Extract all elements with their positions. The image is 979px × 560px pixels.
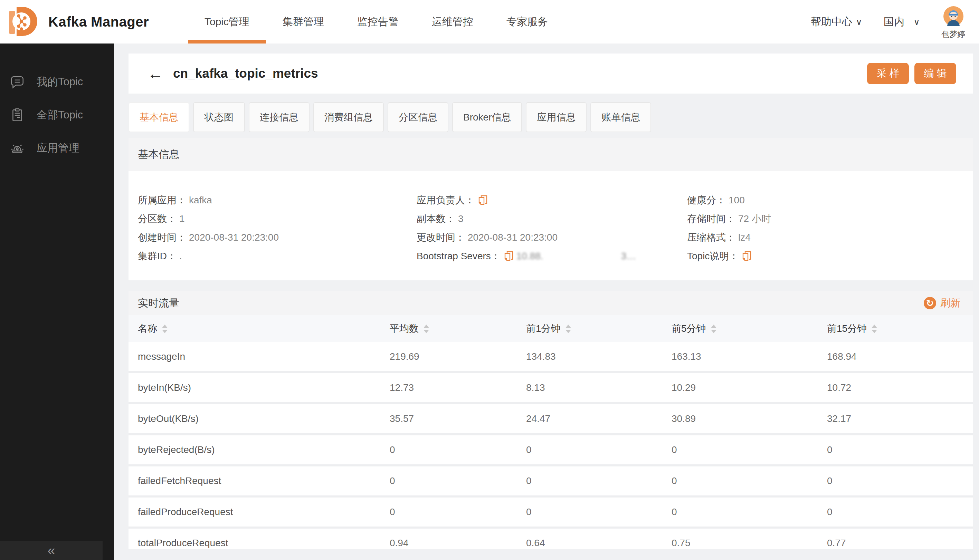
- sort-asc-icon: [162, 325, 167, 328]
- active-nav-underline: [188, 40, 266, 43]
- metric-name-cell: byteRejected(B/s): [138, 444, 390, 455]
- tab-connection-info[interactable]: 连接信息: [249, 102, 309, 132]
- field-value: 2020-08-31 20:23:00: [189, 232, 279, 243]
- top-header: Kafka Manager Topic管理集群管理监控告警运维管控专家服务 帮助…: [0, 0, 979, 43]
- nav-item-expert-service[interactable]: 专家服务: [506, 0, 548, 43]
- sort-desc-icon: [424, 330, 429, 333]
- metric-value-cell: 10.72: [827, 382, 973, 393]
- metric-value-cell: 0: [526, 507, 672, 518]
- basic-info-field: 健康分：100: [687, 191, 973, 210]
- field-label: 应用负责人：: [417, 194, 474, 207]
- table-row: totalProduceRequest0.940.640.750.77: [129, 528, 973, 549]
- sidebar-item-label: 应用管理: [37, 141, 79, 155]
- field-label: 副本数：: [417, 212, 455, 225]
- copy-icon[interactable]: [478, 195, 488, 206]
- basic-info-card: 基本信息 所属应用：kafka分区数：1创建时间：2020-08-31 20:2…: [129, 138, 973, 280]
- field-value: 100: [728, 195, 745, 206]
- field-value: kafka: [189, 195, 212, 206]
- metric-value-cell: 0.75: [672, 538, 827, 548]
- metric-value-cell: 0: [526, 475, 672, 487]
- chat-icon: [9, 74, 25, 90]
- tab-broker-info[interactable]: Broker信息: [452, 102, 522, 132]
- column-header-label: 平均数: [390, 322, 419, 335]
- tab-partition-info[interactable]: 分区信息: [388, 102, 448, 132]
- tab-status-chart[interactable]: 状态图: [193, 102, 245, 132]
- field-label: 健康分：: [687, 194, 726, 207]
- sidebar-item-label: 全部Topic: [37, 108, 83, 122]
- main-nav: Topic管理集群管理监控告警运维管控专家服务: [204, 0, 548, 43]
- refresh-label: 刷新: [940, 296, 961, 310]
- metric-value-cell: 0.94: [390, 538, 526, 548]
- region-menu[interactable]: 国内∨: [884, 15, 920, 29]
- sidebar-item-label: 我的Topic: [37, 75, 83, 89]
- nav-item-cluster-management[interactable]: 集群管理: [282, 0, 324, 43]
- help-center-label: 帮助中心: [811, 15, 852, 29]
- sidebar-item-app-management[interactable]: 应用管理: [0, 132, 114, 165]
- copy-icon[interactable]: [504, 251, 514, 262]
- field-value: lz4: [738, 232, 751, 243]
- column-header-4: 前15分钟: [827, 322, 973, 335]
- nav-item-topic-management[interactable]: Topic管理: [204, 0, 249, 43]
- tab-billing-info[interactable]: 账单信息: [590, 102, 651, 132]
- nav-item-ops-control[interactable]: 运维管控: [432, 0, 473, 43]
- metrics-table-header: 名称平均数前1分钟前5分钟前15分钟: [129, 315, 973, 342]
- avatar: [944, 6, 964, 28]
- sidebar-item-all-topic[interactable]: 全部Topic: [0, 98, 114, 132]
- metric-value-cell: 8.13: [526, 382, 672, 393]
- field-label: 所属应用：: [138, 194, 186, 207]
- field-value: 10.88.: [516, 251, 543, 262]
- nav-item-label: 监控告警: [357, 15, 399, 29]
- nav-item-monitor-alert[interactable]: 监控告警: [357, 0, 399, 43]
- metric-value-cell: 168.94: [827, 351, 973, 362]
- sort-icon[interactable]: [872, 325, 877, 333]
- back-arrow-icon[interactable]: ←: [147, 66, 164, 82]
- user-menu[interactable]: 包梦婷: [941, 6, 965, 40]
- copy-icon[interactable]: [742, 251, 752, 262]
- metric-name-cell: failedFetchRequest: [138, 475, 390, 487]
- sort-desc-icon: [711, 330, 717, 333]
- nav-item-label: 集群管理: [282, 15, 324, 29]
- sort-icon[interactable]: [424, 325, 429, 333]
- sidebar: 我的Topic全部Topic应用管理 «: [0, 43, 114, 560]
- tab-basic-info[interactable]: 基本信息: [129, 102, 189, 132]
- table-row: byteOut(KB/s)35.5724.4730.8932.17: [129, 404, 973, 435]
- metric-value-cell: 0: [390, 507, 526, 518]
- metric-value-cell: 219.69: [390, 351, 526, 362]
- tab-consumer-group-info[interactable]: 消费组信息: [313, 102, 384, 132]
- basic-info-field: 分区数：1: [138, 210, 417, 228]
- edit-button[interactable]: 编 辑: [914, 63, 956, 84]
- table-row: byteRejected(B/s)0000: [129, 435, 973, 467]
- field-value: 1: [179, 213, 185, 224]
- app-title: Kafka Manager: [48, 0, 149, 43]
- field-label: 更改时间：: [417, 231, 465, 244]
- metrics-table-body: messageIn219.69134.83163.13168.94byteIn(…: [129, 342, 973, 549]
- metric-value-cell: 163.13: [672, 351, 827, 362]
- sort-icon[interactable]: [565, 325, 571, 333]
- column-header-3: 前5分钟: [672, 322, 827, 335]
- help-center-menu[interactable]: 帮助中心∨: [811, 15, 862, 29]
- metric-value-cell: 0: [827, 475, 973, 487]
- tab-label: 账单信息: [601, 111, 640, 124]
- metric-value-cell: 24.47: [526, 413, 672, 424]
- title-actions: 采 样 编 辑: [867, 63, 956, 84]
- sidebar-item-my-topic[interactable]: 我的Topic: [0, 65, 114, 98]
- sample-button[interactable]: 采 样: [867, 63, 909, 84]
- metric-value-cell: 0: [827, 444, 973, 455]
- tab-label: 基本信息: [140, 111, 178, 124]
- sort-icon[interactable]: [711, 325, 717, 333]
- refresh-button[interactable]: ↻ 刷新: [924, 296, 961, 310]
- metric-value-cell: 10.29: [672, 382, 827, 393]
- collapse-icon: «: [47, 543, 55, 558]
- alarm-icon: [9, 140, 25, 156]
- sidebar-collapse-button[interactable]: «: [0, 541, 103, 560]
- metric-name-cell: byteOut(KB/s): [138, 413, 390, 424]
- realtime-traffic-card: 实时流量 ↻ 刷新 名称平均数前1分钟前5分钟前15分钟 messageIn21…: [129, 291, 973, 549]
- tab-app-info[interactable]: 应用信息: [526, 102, 586, 132]
- sort-icon[interactable]: [162, 325, 167, 333]
- basic-info-field: 所属应用：kafka: [138, 191, 417, 210]
- table-row: messageIn219.69134.83163.13168.94: [129, 342, 973, 373]
- column-header-label: 名称: [138, 322, 157, 335]
- metric-value-cell: 0: [827, 507, 973, 518]
- basic-info-field: 存储时间：72 小时: [687, 210, 973, 228]
- header-right: 帮助中心∨ 国内∨ 包梦婷: [811, 0, 965, 43]
